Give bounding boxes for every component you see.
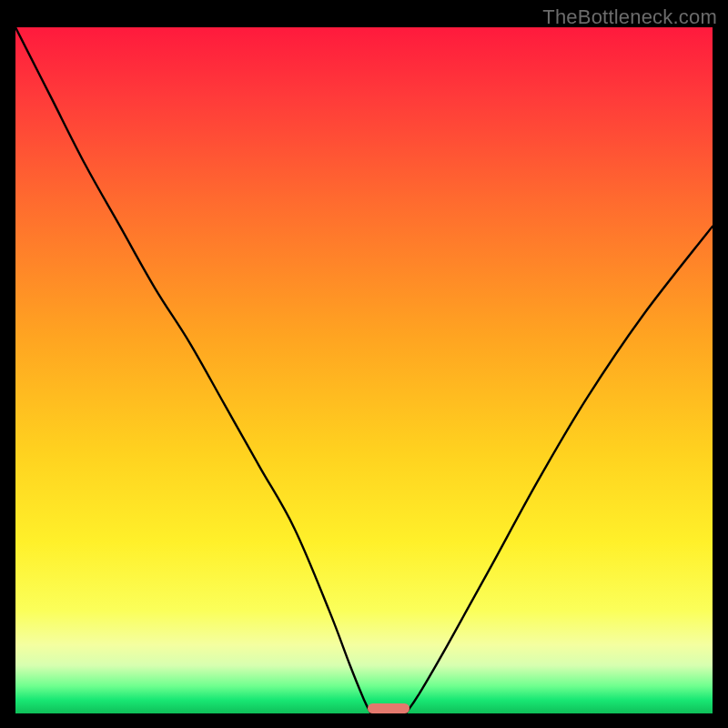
attribution-text: TheBottleneck.com: [542, 5, 717, 29]
plot-area: [15, 27, 713, 713]
chart-frame: TheBottleneck.com: [0, 0, 728, 728]
optimal-balance-marker: [368, 703, 410, 713]
curve-right-branch: [406, 227, 713, 713]
bottleneck-curve: [15, 27, 713, 713]
curve-left-branch: [15, 27, 371, 713]
